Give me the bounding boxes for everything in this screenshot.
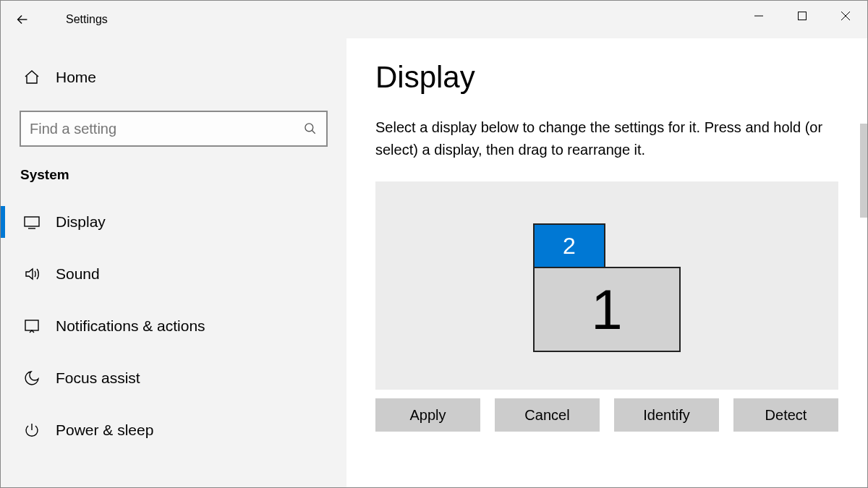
power-icon [22,421,41,439]
cancel-button[interactable]: Cancel [495,398,600,432]
home-nav[interactable]: Home [1,57,346,98]
content-area: Display Select a display below to change… [346,38,867,487]
scrollbar[interactable] [860,124,867,218]
sidebar-item-focus-assist[interactable]: Focus assist [1,352,346,404]
notifications-icon [22,317,41,335]
search-input[interactable] [30,121,303,137]
focus-assist-icon [22,369,41,387]
nav-list: Display Sound No [1,196,346,456]
sidebar-item-label: Sound [56,265,100,283]
minimize-button[interactable] [737,1,780,31]
minimize-icon [754,11,764,21]
monitor-1[interactable]: 1 [533,267,681,352]
window-controls [737,1,867,31]
svg-rect-3 [25,320,38,330]
sidebar-item-display[interactable]: Display [1,196,346,248]
page-description: Select a display below to change the set… [375,116,824,161]
display-arrange-area[interactable]: 2 1 [375,181,838,390]
sidebar-item-notifications[interactable]: Notifications & actions [1,300,346,352]
back-arrow-icon [14,12,30,27]
svg-rect-2 [25,217,39,226]
home-label: Home [56,69,96,86]
svg-point-1 [305,124,313,132]
search-wrap [20,111,328,147]
identify-button[interactable]: Identify [614,398,719,432]
close-icon [841,11,851,21]
back-button[interactable] [1,1,44,38]
page-title: Display [375,60,867,95]
sidebar-item-label: Power & sleep [56,421,153,439]
sidebar-item-label: Focus assist [56,369,140,387]
sidebar-item-sound[interactable]: Sound [1,248,346,300]
maximize-button[interactable] [780,1,824,31]
sidebar-item-power-sleep[interactable]: Power & sleep [1,404,346,456]
maximize-icon [797,11,807,21]
close-button[interactable] [824,1,867,31]
sidebar-item-label: Display [56,213,106,231]
search-icon [303,121,318,136]
monitor-2[interactable]: 2 [533,223,605,268]
display-icon [22,213,41,231]
sound-icon [22,265,41,283]
detect-button[interactable]: Detect [733,398,838,432]
sidebar-item-label: Notifications & actions [56,317,205,335]
home-icon [22,69,41,86]
svg-rect-0 [799,12,807,20]
search-box[interactable] [20,111,328,147]
settings-window: Settings Home [0,0,868,488]
button-row: Apply Cancel Identify Detect [375,398,838,432]
section-label: System [20,167,346,183]
window-title: Settings [66,13,108,26]
apply-button[interactable]: Apply [375,398,480,432]
window-body: Home System [1,38,867,487]
sidebar: Home System [1,38,346,487]
titlebar: Settings [1,1,867,38]
